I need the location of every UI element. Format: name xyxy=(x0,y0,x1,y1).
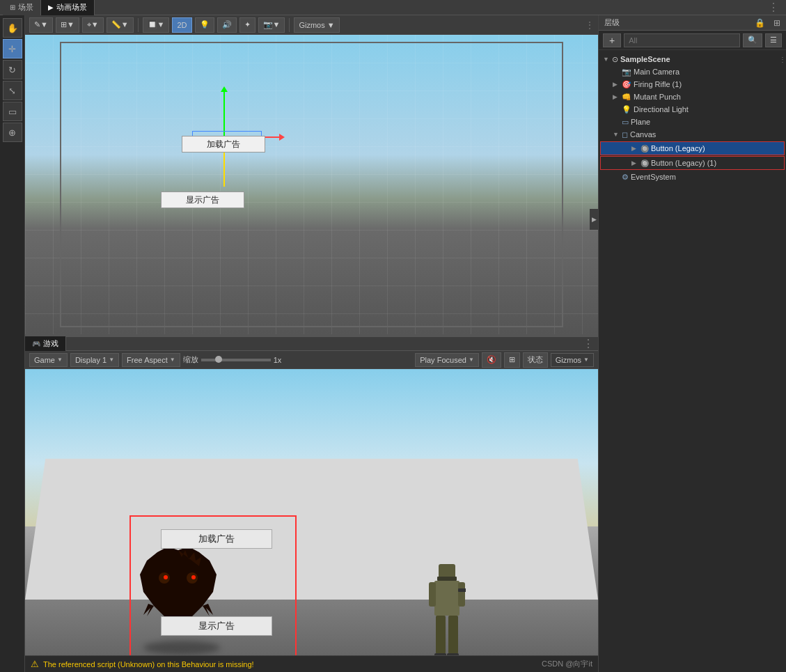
svg-marker-3 xyxy=(203,604,213,616)
mutant-icon: 👊 xyxy=(622,93,631,102)
tree-item-btn-legacy-1[interactable]: ▶ 🔘 Button (Legacy) (1) xyxy=(600,156,785,170)
monster-shadow xyxy=(143,641,220,655)
game-show-btn[interactable]: 显示广告 xyxy=(161,616,272,636)
scene-ruler-btn[interactable]: 📏▼ xyxy=(107,17,134,33)
tool-move[interactable]: ✛ xyxy=(3,39,22,58)
soldier-figure xyxy=(427,564,466,655)
anim-tab-label: 动画场景 xyxy=(56,2,87,13)
tree-item-main-camera[interactable]: 📷 Main Camera xyxy=(599,65,786,78)
tree-item-btn-legacy[interactable]: ▶ 🔘 Button (Legacy) xyxy=(600,141,785,155)
scene-cam-btn[interactable]: 📷▼ xyxy=(258,17,285,33)
hierarchy-lock-btn[interactable]: 🔒 xyxy=(755,18,765,28)
expand-icon-canvas: ▼ xyxy=(613,131,620,138)
hierarchy-title: 层级 xyxy=(604,17,620,28)
rifle-icon: 🎯 xyxy=(622,80,631,89)
scene-canvas-border xyxy=(60,42,563,327)
scene-tab-label: 场景 xyxy=(18,2,33,13)
zoom-slider[interactable] xyxy=(201,359,271,361)
status-bar: ⚠ The referenced script (Unknown) on thi… xyxy=(25,655,598,672)
svg-rect-16 xyxy=(434,653,446,655)
tree-item-plane[interactable]: ▭ Plane xyxy=(599,116,786,128)
svg-point-6 xyxy=(164,575,168,579)
stats-btn[interactable]: ⊞ xyxy=(504,352,520,368)
expand-icon-btn2: ▶ xyxy=(631,159,638,166)
plane-label: Plane xyxy=(631,118,650,126)
hierarchy-search-btn[interactable]: 🔍 xyxy=(743,33,762,47)
aspect-dropdown[interactable]: Free Aspect xyxy=(122,353,180,367)
game-viewport: 加载广告 显示广告 xyxy=(25,369,598,655)
cam-icon: 📷 xyxy=(622,68,631,77)
firing-rifle-label: Firing Rifle (1) xyxy=(634,80,682,88)
tool-scale[interactable]: ⤡ xyxy=(3,81,22,100)
tree-item-firing-rifle[interactable]: ▶ 🎯 Firing Rifle (1) xyxy=(599,78,786,91)
event-system-label: EventSystem xyxy=(631,173,676,181)
svg-point-7 xyxy=(191,575,196,579)
scene-show-btn[interactable]: 显示广告 xyxy=(161,192,244,208)
game-load-btn[interactable]: 加载广告 xyxy=(161,529,272,549)
game-tab-icon: 🎮 xyxy=(32,340,40,347)
zoom-slider-thumb[interactable] xyxy=(215,356,222,363)
state-btn[interactable]: 状态 xyxy=(523,352,548,368)
btn-legacy-1-label: Button (Legacy) (1) xyxy=(651,159,716,167)
zoom-control: 缩放 1x xyxy=(183,354,282,365)
scene-load-btn[interactable]: 加载广告 xyxy=(182,136,265,153)
svg-rect-12 xyxy=(458,582,465,607)
scene-fx-btn[interactable]: ✦ xyxy=(239,17,256,33)
scene-draw-btn[interactable]: ✎▼ xyxy=(29,17,53,33)
game-toolbar: Game Display 1 Free Aspect 缩放 1x Play Fo… xyxy=(25,351,598,369)
tree-item-mutant-punch[interactable]: ▶ 👊 Mutant Punch xyxy=(599,91,786,103)
panel-collapse-btn[interactable]: ▶ xyxy=(590,209,598,230)
hierarchy-filter-btn[interactable]: ☰ xyxy=(765,33,782,47)
game-gizmos-dropdown[interactable]: Gizmos xyxy=(551,353,594,367)
warning-icon: ⚠ xyxy=(31,659,39,669)
scene-viewport: 加载广告 显示广告 xyxy=(25,35,598,334)
play-focused-dropdown[interactable]: Play Focused xyxy=(415,353,479,367)
scene-grid-btn[interactable]: ⌖▼ xyxy=(82,17,104,33)
left-toolbar: ✋ ✛ ↻ ⤡ ▭ ⊕ xyxy=(0,15,25,672)
hierarchy-cols-btn[interactable]: ⊞ xyxy=(773,18,780,28)
light-icon: 💡 xyxy=(622,105,631,114)
scene-2d-btn[interactable]: 2D xyxy=(172,17,191,33)
dir-light-label: Directional Light xyxy=(634,105,689,114)
tree-item-event-system[interactable]: ⚙ EventSystem xyxy=(599,171,786,183)
scene-shading-btn[interactable]: 🔲▼ xyxy=(143,17,170,33)
btn-legacy-label: Button (Legacy) xyxy=(651,144,705,153)
svg-marker-2 xyxy=(143,604,154,616)
csdn-watermark: CSDN @向宇it xyxy=(542,659,592,669)
add-item-btn[interactable]: + xyxy=(603,33,621,47)
scene-more-btn[interactable]: ⋮ xyxy=(585,20,594,30)
svg-rect-11 xyxy=(429,582,436,607)
scene-root-item[interactable]: ▼ ⊙ SampleScene ⋮ xyxy=(599,53,786,65)
animation-tab[interactable]: ▶ 动画场景 xyxy=(41,0,95,15)
scene-light-btn[interactable]: 💡 xyxy=(195,17,214,33)
canvas-icon: ◻ xyxy=(622,130,628,139)
tool-rect[interactable]: ▭ xyxy=(3,102,22,121)
tool-hand[interactable]: ✋ xyxy=(3,18,22,38)
scene-options-btn[interactable]: ⋮ xyxy=(779,56,786,63)
scene-tab-icon: ⊞ xyxy=(10,3,15,11)
scene-gizmos-btn[interactable]: Gizmos ▼ xyxy=(294,17,339,33)
mute-btn[interactable]: 🔇 xyxy=(482,352,501,368)
scene-snap-btn[interactable]: ⊞▼ xyxy=(56,17,79,33)
hierarchy-panel: 层级 🔒 ⊞ + 🔍 ☰ ▼ ⊙ SampleScene ⋮ 📷 xyxy=(598,15,786,672)
scene-audio-btn[interactable]: 🔊 xyxy=(217,17,237,33)
game-tab[interactable]: 🎮 游戏 xyxy=(25,336,66,352)
game-dropdown[interactable]: Game xyxy=(29,353,68,367)
tool-rotate[interactable]: ↻ xyxy=(3,60,22,79)
svg-rect-15 xyxy=(448,616,458,654)
display-dropdown[interactable]: Display 1 xyxy=(70,353,119,367)
more-menu-btn[interactable]: ⋮ xyxy=(764,1,783,14)
hierarchy-tree: ▼ ⊙ SampleScene ⋮ 📷 Main Camera ▶ 🎯 Firi… xyxy=(599,50,786,672)
expand-icon-rifle: ▶ xyxy=(613,81,620,88)
svg-rect-13 xyxy=(458,588,466,592)
scene-toolbar: ✎▼ ⊞▼ ⌖▼ 📏▼ 🔲▼ 2D 💡 🔊 ✦ 📷▼ Gizmos ▼ ⋮ xyxy=(25,15,598,35)
tool-transform[interactable]: ⊕ xyxy=(3,123,22,142)
tree-item-canvas[interactable]: ▼ ◻ Canvas xyxy=(599,128,786,141)
scene-tab[interactable]: ⊞ 场景 xyxy=(3,0,41,15)
tree-item-dir-light[interactable]: 💡 Directional Light xyxy=(599,103,786,116)
svg-rect-9 xyxy=(437,577,457,581)
hierarchy-search[interactable] xyxy=(624,33,740,47)
event-icon: ⚙ xyxy=(622,173,629,182)
game-more-btn[interactable]: ⋮ xyxy=(579,337,598,350)
svg-rect-14 xyxy=(436,616,446,654)
